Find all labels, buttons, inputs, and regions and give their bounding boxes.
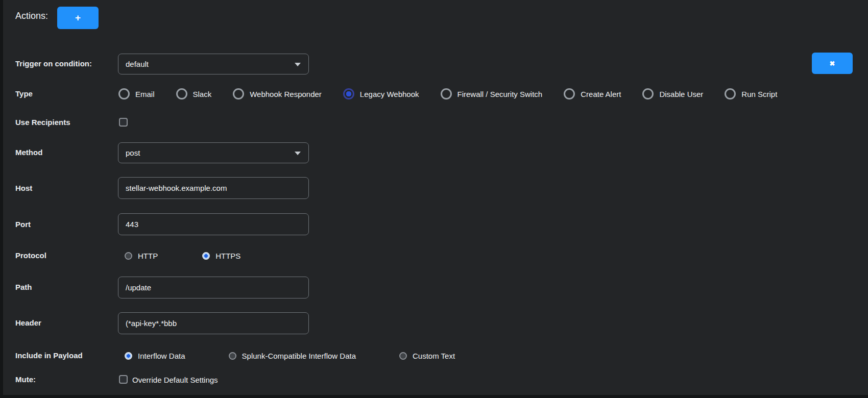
radio-icon — [125, 252, 132, 260]
type-option-legacy-webhook[interactable]: Legacy Webhook — [343, 88, 419, 100]
type-option-label: Webhook Responder — [250, 90, 322, 98]
header-input[interactable] — [118, 312, 309, 334]
type-option-label: Slack — [193, 90, 212, 98]
type-option-run-script[interactable]: Run Script — [725, 88, 777, 100]
port-label: Port — [15, 220, 31, 229]
trigger-condition-select[interactable]: default — [118, 54, 309, 74]
radio-icon — [176, 88, 187, 100]
radio-icon — [642, 88, 654, 100]
payload-option-custom-text[interactable]: Custom Text — [399, 352, 455, 360]
type-option-label: Run Script — [741, 90, 777, 98]
payload-option-label: Interflow Data — [138, 352, 185, 360]
header-label: Header — [15, 318, 41, 327]
use-recipients-checkbox[interactable] — [119, 118, 128, 127]
radio-selected-icon — [125, 352, 132, 360]
protocol-radio-group: HTTPHTTPS — [125, 252, 240, 260]
actions-label: Actions: — [15, 11, 48, 21]
radio-icon — [118, 88, 130, 100]
radio-selected-icon — [202, 252, 210, 260]
chevron-down-icon — [295, 152, 301, 155]
include-in-payload-label: Include in Payload — [15, 351, 83, 360]
protocol-option-label: HTTPS — [215, 252, 240, 260]
payload-option-label: Splunk-Compatible Interflow Data — [242, 352, 356, 360]
payload-option-splunk-compatible-interflow-data[interactable]: Splunk-Compatible Interflow Data — [229, 352, 356, 360]
radio-icon — [399, 352, 407, 360]
type-option-label: Firewall / Security Switch — [457, 90, 543, 98]
chevron-down-icon — [295, 63, 301, 66]
payload-option-label: Custom Text — [413, 352, 455, 360]
trigger-condition-value: default — [126, 60, 149, 68]
method-select[interactable]: post — [118, 142, 309, 163]
radio-icon — [564, 88, 575, 100]
path-input[interactable] — [118, 277, 309, 298]
host-label: Host — [15, 184, 32, 192]
host-input[interactable] — [118, 177, 309, 199]
payload-radio-group: Interflow DataSplunk-Compatible Interflo… — [125, 352, 455, 360]
protocol-option-label: HTTP — [138, 252, 158, 260]
type-radio-group: EmailSlackWebhook ResponderLegacy Webhoo… — [118, 87, 777, 101]
type-option-webhook-responder[interactable]: Webhook Responder — [233, 88, 322, 100]
radio-icon — [233, 88, 244, 100]
port-input[interactable] — [118, 213, 309, 235]
type-option-disable-user[interactable]: Disable User — [642, 88, 703, 100]
radio-selected-icon — [343, 88, 354, 100]
add-action-button[interactable]: + — [57, 7, 99, 29]
type-option-slack[interactable]: Slack — [176, 88, 212, 100]
type-option-create-alert[interactable]: Create Alert — [564, 88, 621, 100]
radio-icon — [441, 88, 452, 100]
protocol-option-http[interactable]: HTTP — [125, 252, 158, 260]
trigger-condition-label: Trigger on condition: — [15, 59, 92, 68]
radio-icon — [725, 88, 736, 100]
payload-option-interflow-data[interactable]: Interflow Data — [125, 352, 185, 360]
type-option-email[interactable]: Email — [118, 88, 155, 100]
protocol-option-https[interactable]: HTTPS — [202, 252, 240, 260]
method-label: Method — [15, 148, 42, 157]
type-option-label: Email — [135, 90, 155, 98]
plus-icon: + — [75, 12, 81, 23]
type-option-label: Disable User — [659, 90, 703, 98]
protocol-label: Protocol — [15, 251, 46, 260]
remove-action-button[interactable]: ✖ — [812, 53, 853, 74]
type-label: Type — [15, 89, 33, 98]
mute-override-label: Override Default Settings — [132, 376, 218, 384]
type-option-firewall-security-switch[interactable]: Firewall / Security Switch — [441, 88, 543, 100]
radio-icon — [229, 352, 236, 360]
type-option-label: Create Alert — [581, 90, 621, 98]
mute-override-checkbox[interactable] — [119, 375, 128, 384]
method-value: post — [126, 148, 140, 157]
use-recipients-label: Use Recipients — [15, 118, 70, 127]
mute-label: Mute: — [15, 375, 36, 384]
close-icon: ✖ — [830, 60, 835, 67]
type-option-label: Legacy Webhook — [360, 90, 419, 98]
path-label: Path — [15, 283, 32, 291]
